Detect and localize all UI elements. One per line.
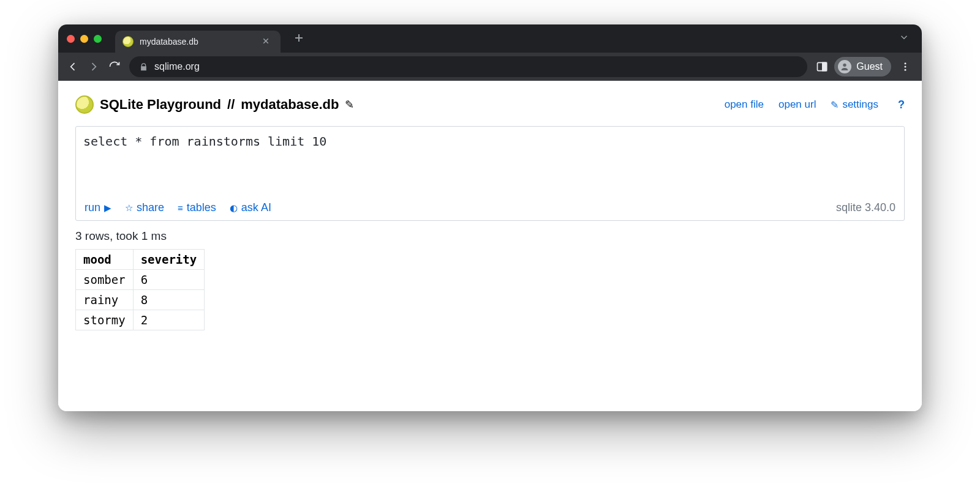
db-name: mydatabase.db	[241, 97, 339, 113]
open-url-link[interactable]: open url	[778, 99, 816, 111]
table-row: stormy 2	[76, 310, 205, 330]
lock-icon	[139, 62, 148, 72]
cell: 8	[133, 290, 205, 310]
profile-label: Guest	[856, 61, 883, 72]
tab-list-button[interactable]	[899, 34, 910, 45]
svg-point-3	[905, 62, 907, 64]
svg-point-4	[905, 66, 907, 68]
app-logo-icon	[75, 95, 94, 114]
table-header-row: mood severity	[76, 250, 205, 270]
browser-menu-button[interactable]	[897, 61, 913, 72]
editor-toolbar: run ▶ ☆ share ≡ tables ◐ ask AI sqlite 3…	[76, 196, 904, 220]
browser-tab[interactable]: mydatabase.db	[115, 31, 281, 53]
cell: stormy	[76, 310, 134, 330]
maximize-window-button[interactable]	[94, 35, 102, 43]
svg-rect-1	[823, 62, 827, 70]
edit-db-name-button[interactable]: ✎	[345, 98, 354, 111]
table-row: somber 6	[76, 270, 205, 290]
close-window-button[interactable]	[67, 35, 75, 43]
sql-editor: run ▶ ☆ share ≡ tables ◐ ask AI sqlite 3…	[75, 126, 905, 221]
favicon-icon	[123, 36, 134, 47]
cell: 6	[133, 270, 205, 290]
settings-icon: ✎	[831, 99, 839, 111]
cell: somber	[76, 270, 134, 290]
profile-button[interactable]: Guest	[834, 57, 891, 76]
page-header: SQLite Playground // mydatabase.db ✎ ope…	[75, 95, 905, 114]
avatar-icon	[838, 60, 851, 73]
ask-ai-button[interactable]: ◐ ask AI	[230, 201, 271, 214]
results-table: mood severity somber 6 rainy 8 stormy 2	[75, 249, 205, 330]
close-tab-button[interactable]	[260, 35, 272, 48]
cell: rainy	[76, 290, 134, 310]
sql-input[interactable]	[76, 127, 904, 194]
result-status: 3 rows, took 1 ms	[75, 229, 905, 243]
browser-window: mydatabase.db	[58, 24, 922, 411]
forward-button[interactable]	[88, 61, 100, 73]
window-controls	[67, 35, 102, 43]
tab-title: mydatabase.db	[140, 37, 254, 47]
side-panel-button[interactable]	[816, 61, 828, 73]
back-button[interactable]	[67, 61, 79, 73]
svg-point-5	[905, 69, 907, 71]
share-button[interactable]: ☆ share	[125, 201, 164, 214]
play-icon: ▶	[104, 203, 111, 212]
globe-icon: ◐	[230, 203, 238, 212]
new-tab-button[interactable]	[289, 28, 309, 49]
tables-button[interactable]: ≡ tables	[178, 201, 216, 214]
star-icon: ☆	[125, 203, 133, 212]
col-header-mood: mood	[76, 250, 134, 270]
table-row: rainy 8	[76, 290, 205, 310]
app-title: SQLite Playground	[100, 97, 221, 113]
svg-point-2	[843, 64, 846, 67]
sqlite-version: sqlite 3.40.0	[836, 201, 895, 214]
minimize-window-button[interactable]	[80, 35, 88, 43]
help-link[interactable]: ?	[893, 99, 905, 111]
col-header-severity: severity	[133, 250, 205, 270]
tab-strip: mydatabase.db	[58, 24, 922, 53]
page-content: SQLite Playground // mydatabase.db ✎ ope…	[58, 81, 922, 411]
address-bar[interactable]: sqlime.org	[129, 56, 807, 77]
settings-link[interactable]: ✎settings	[831, 99, 878, 111]
browser-toolbar: sqlime.org Guest	[58, 53, 922, 81]
url-text: sqlime.org	[154, 61, 200, 72]
browser-chrome: mydatabase.db	[58, 24, 922, 81]
toolbar-right: Guest	[816, 57, 913, 76]
reload-button[interactable]	[108, 61, 121, 73]
title-separator: //	[227, 97, 235, 113]
header-links: open file open url ✎settings ?	[725, 99, 905, 111]
run-button[interactable]: run ▶	[85, 201, 111, 214]
cell: 2	[133, 310, 205, 330]
list-icon: ≡	[178, 203, 183, 212]
open-file-link[interactable]: open file	[725, 99, 764, 111]
